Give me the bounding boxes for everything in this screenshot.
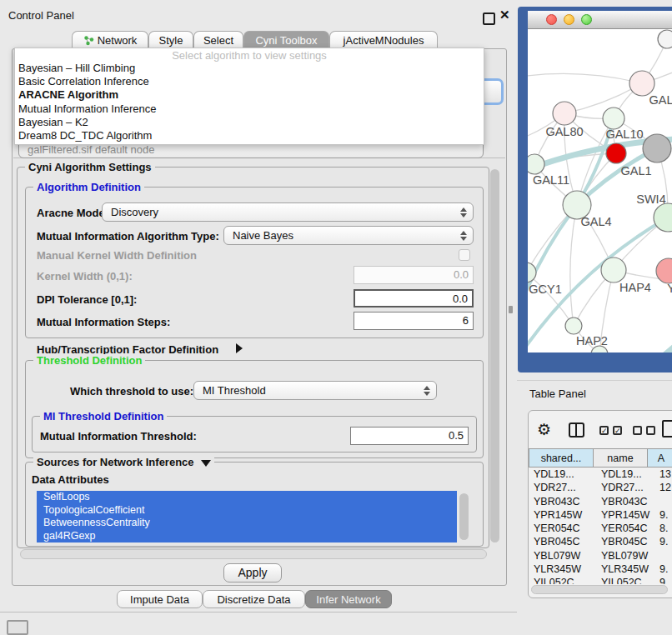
combo-arrows-icon bbox=[424, 386, 429, 396]
export-table-icon[interactable] bbox=[662, 420, 672, 438]
network-node-label: GAL4 bbox=[580, 215, 611, 228]
network-node-label: GAL11 bbox=[533, 173, 569, 187]
aracne-mode-combo[interactable]: Discovery bbox=[102, 202, 474, 222]
network-view-window[interactable]: GALGAL80GAL10GAL1GAL11SWI4GAL4GCY1HAP4YH… bbox=[518, 7, 672, 372]
network-canvas[interactable]: GALGAL80GAL10GAL1GAL11SWI4GAL4GCY1HAP4YH… bbox=[528, 29, 672, 352]
network-node[interactable] bbox=[656, 258, 672, 283]
network-node-label: GAL1 bbox=[620, 164, 651, 178]
algorithm-option[interactable]: Bayesian – K2 bbox=[15, 116, 484, 129]
data-attributes-list: SelfLoopsTopologicalCoefficientBetweenne… bbox=[37, 491, 457, 542]
network-node-label: GCY1 bbox=[529, 282, 562, 296]
close-traffic-light-icon[interactable] bbox=[546, 14, 557, 25]
kernel-width-label: Kernel Width (0,1): bbox=[37, 270, 133, 282]
table-row[interactable]: YDL19...YDL19...13 bbox=[529, 468, 672, 481]
algorithm-option[interactable]: Dream8 DC_TDC Algorithm bbox=[15, 129, 484, 142]
table-row[interactable]: YBL079WYBL079W bbox=[529, 549, 672, 562]
zoom-traffic-light-icon[interactable] bbox=[581, 14, 592, 25]
select-all-checkbox-icon[interactable]: ✓ bbox=[613, 426, 622, 435]
tab-infer-network[interactable]: Infer Network bbox=[305, 590, 392, 608]
table-row[interactable]: YBR043CYBR043C bbox=[529, 495, 672, 508]
algorithm-option[interactable]: Basic Correlation Inference bbox=[15, 75, 484, 88]
algorithm-option[interactable]: ARACNE Algorithm bbox=[15, 88, 484, 102]
mi-algorithm-type-combo[interactable]: Naive Bayes bbox=[223, 226, 474, 245]
algorithm-dropdown-placeholder: Select algorithm to view settings bbox=[15, 49, 484, 62]
sources-title: Sources for Network Inference bbox=[33, 456, 214, 468]
network-node[interactable] bbox=[565, 318, 582, 334]
network-node[interactable] bbox=[658, 30, 672, 48]
table-rows: YDL19...YDL19...13YDR27...YDR27...12YBR0… bbox=[529, 468, 672, 584]
network-node-label: GAL bbox=[649, 93, 672, 107]
aracne-mode-label: Aracne Mode: bbox=[37, 207, 108, 219]
data-attribute-item[interactable]: BetweennessCentrality bbox=[37, 517, 457, 530]
float-window-icon[interactable] bbox=[483, 12, 495, 25]
table-row[interactable]: YDR27...YDR27...12 bbox=[529, 481, 672, 494]
apply-button[interactable]: Apply bbox=[223, 563, 282, 582]
deselect-all-checkbox-icon[interactable] bbox=[633, 426, 642, 435]
table-row[interactable]: YBR045CYBR045C9. bbox=[529, 535, 672, 548]
network-node[interactable] bbox=[528, 262, 536, 282]
manual-kernel-width-label: Manual Kernel Width Definition bbox=[37, 249, 197, 262]
table-row[interactable]: YER054CYER054C8. bbox=[529, 522, 672, 535]
table-cell: YER054C bbox=[529, 522, 598, 535]
tab-select[interactable]: Select bbox=[193, 31, 243, 48]
tab-network[interactable]: Network bbox=[72, 31, 148, 48]
network-edge[interactable] bbox=[614, 341, 672, 352]
table-row[interactable]: YLR345WYLR345W9. bbox=[529, 562, 672, 576]
close-icon[interactable]: ✕ bbox=[499, 8, 510, 22]
manual-kernel-width-checkbox[interactable] bbox=[459, 249, 470, 261]
tab-discretize-data-label: Discretize Data bbox=[217, 593, 290, 606]
data-attribute-item[interactable]: gal4RGexp bbox=[37, 530, 457, 543]
network-node[interactable] bbox=[606, 143, 626, 163]
data-attribute-item[interactable]: SelfLoops bbox=[37, 491, 457, 504]
mi-steps-label: Mutual Information Steps: bbox=[37, 316, 170, 328]
minimize-traffic-light-icon[interactable] bbox=[564, 14, 574, 25]
gear-icon[interactable]: ⚙ bbox=[537, 421, 551, 438]
mi-threshold-input[interactable]: 0.5 bbox=[350, 427, 469, 445]
data-attribute-item[interactable]: TopologicalCoefficient bbox=[37, 504, 457, 518]
column-header-shared-name[interactable]: shared... bbox=[529, 448, 594, 468]
network-edge[interactable] bbox=[528, 73, 642, 83]
algorithm-option[interactable]: Mutual Information Inference bbox=[15, 102, 484, 116]
settings-vertical-scrollbar[interactable] bbox=[490, 169, 499, 542]
network-node[interactable] bbox=[629, 71, 654, 96]
which-threshold-combo[interactable]: MI Threshold bbox=[193, 381, 437, 400]
network-node[interactable] bbox=[528, 154, 544, 174]
tab-impute-data[interactable]: Impute Data bbox=[117, 590, 203, 608]
deselect-all-checkbox-icon[interactable] bbox=[646, 426, 655, 435]
tab-jactivemnodules[interactable]: jActiveMNodules bbox=[329, 31, 438, 48]
network-node[interactable] bbox=[603, 108, 624, 129]
tab-discretize-data[interactable]: Discretize Data bbox=[203, 590, 305, 608]
network-node[interactable] bbox=[643, 134, 671, 162]
network-node[interactable] bbox=[601, 258, 626, 282]
algorithm-option[interactable]: Bayesian – Hill Climbing bbox=[15, 62, 484, 75]
kernel-width-input[interactable]: 0.0 bbox=[354, 266, 474, 284]
combo-arrows-icon bbox=[460, 208, 466, 218]
column-header-name[interactable]: name bbox=[593, 448, 648, 468]
threshold-definition-title: Threshold Definition bbox=[33, 354, 145, 367]
table-cell: YBR045C bbox=[598, 535, 656, 548]
table-cell: 9. bbox=[656, 535, 668, 548]
sources-collapse-arrow-icon[interactable] bbox=[201, 460, 211, 467]
restore-panel-icon[interactable] bbox=[7, 620, 28, 635]
table-row[interactable]: YPR145WYPR145W9. bbox=[529, 508, 672, 522]
splitter-handle[interactable] bbox=[509, 306, 513, 313]
network-node[interactable] bbox=[553, 102, 576, 125]
column-layout-icon[interactable] bbox=[569, 422, 584, 438]
mi-algorithm-type-value: Naive Bayes bbox=[233, 229, 293, 242]
network-node-label: HAP4 bbox=[619, 281, 651, 294]
table-cell: YIL052C bbox=[598, 576, 656, 584]
tab-cyni-toolbox[interactable]: Cyni Toolbox bbox=[243, 31, 329, 48]
settings-horizontal-scrollbar[interactable] bbox=[20, 549, 487, 559]
table-horizontal-scrollbar[interactable] bbox=[531, 585, 668, 594]
table-cell: YBL079W bbox=[529, 549, 598, 562]
network-window-titlebar[interactable] bbox=[528, 11, 672, 29]
network-edge[interactable] bbox=[570, 205, 577, 326]
table-row[interactable]: YIL052CYIL052C9 bbox=[529, 576, 672, 584]
column-header-partial[interactable]: A bbox=[647, 448, 672, 468]
tab-style[interactable]: Style bbox=[148, 31, 193, 48]
hub-expand-arrow-icon[interactable] bbox=[236, 343, 243, 353]
mi-steps-input[interactable]: 6 bbox=[354, 312, 474, 330]
select-all-checkbox-icon[interactable]: ✓ bbox=[599, 426, 609, 435]
attributes-list-scrollbar[interactable] bbox=[459, 493, 469, 540]
dpi-tolerance-input[interactable]: 0.0 bbox=[354, 289, 474, 308]
